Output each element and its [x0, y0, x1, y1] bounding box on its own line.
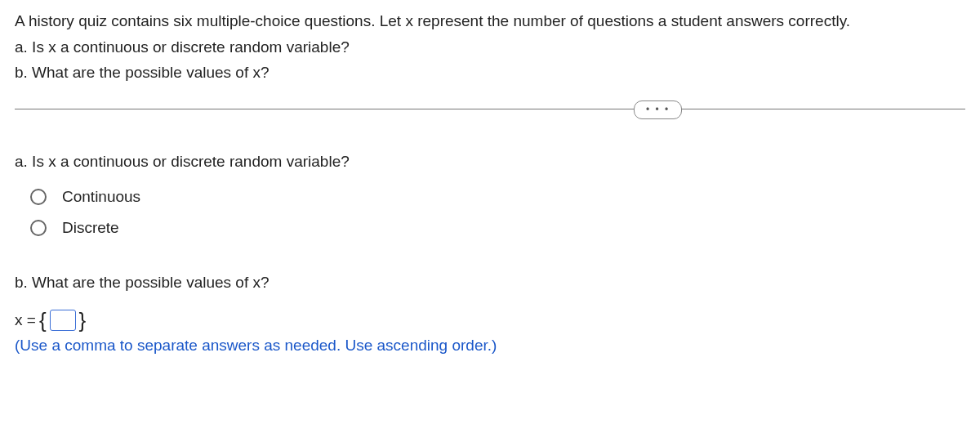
- intro-line-1: A history quiz contains six multiple-cho…: [15, 10, 965, 33]
- section-divider: • • •: [15, 109, 965, 109]
- open-brace-icon: {: [39, 310, 47, 331]
- answer-prefix: x =: [15, 309, 36, 332]
- part-b-prompt: b. What are the possible values of x?: [15, 271, 965, 294]
- option-discrete[interactable]: Discrete: [29, 216, 965, 239]
- answer-row: x = { }: [15, 309, 965, 332]
- question-intro: A history quiz contains six multiple-cho…: [15, 10, 965, 84]
- option-continuous[interactable]: Continuous: [29, 185, 965, 208]
- option-label[interactable]: Discrete: [62, 216, 119, 239]
- part-a: a. Is x a continuous or discrete random …: [15, 150, 965, 239]
- answer-hint: (Use a comma to separate answers as need…: [15, 334, 965, 357]
- intro-line-3: b. What are the possible values of x?: [15, 61, 965, 84]
- possible-values-input[interactable]: [50, 310, 76, 331]
- svg-point-0: [31, 190, 46, 204]
- radio-icon[interactable]: [29, 188, 47, 206]
- divider-line: [15, 109, 965, 109]
- svg-point-1: [31, 221, 46, 235]
- more-options-pill[interactable]: • • •: [634, 100, 682, 119]
- part-a-prompt: a. Is x a continuous or discrete random …: [15, 150, 965, 173]
- close-brace-icon: }: [79, 310, 87, 331]
- option-label[interactable]: Continuous: [62, 185, 140, 208]
- part-b: b. What are the possible values of x? x …: [15, 271, 965, 357]
- radio-icon[interactable]: [29, 219, 47, 237]
- part-a-options: Continuous Discrete: [15, 185, 965, 239]
- intro-line-2: a. Is x a continuous or discrete random …: [15, 36, 965, 59]
